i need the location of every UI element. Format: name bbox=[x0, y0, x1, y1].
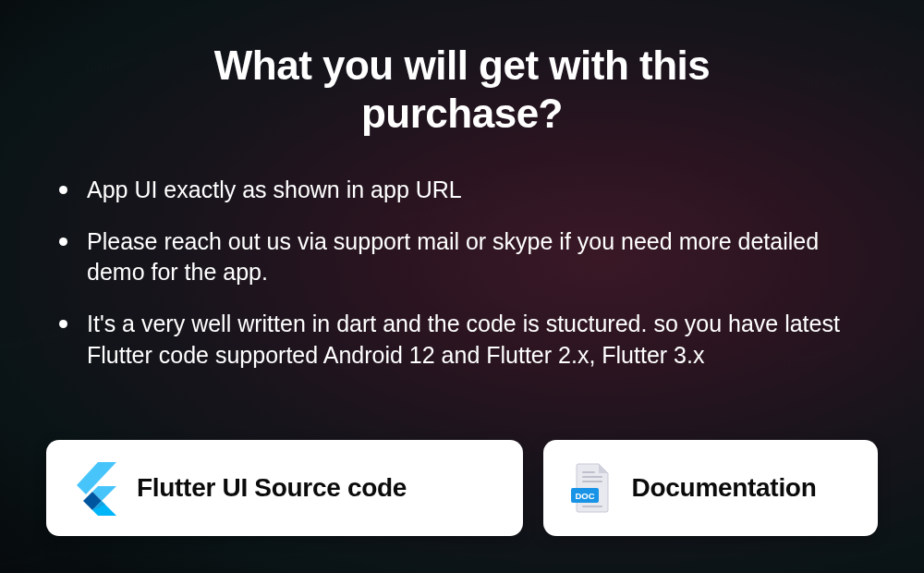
svg-rect-6 bbox=[582, 476, 602, 478]
deliverables-row: Flutter UI Source code DOC Documentation bbox=[46, 440, 878, 536]
page-title: What you will get with this purchase? bbox=[129, 42, 795, 138]
svg-rect-10 bbox=[582, 506, 602, 507]
svg-rect-7 bbox=[582, 481, 602, 482]
svg-text:DOC: DOC bbox=[575, 491, 594, 501]
card-label: Flutter UI Source code bbox=[137, 473, 407, 503]
feature-list: App UI exactly as shown in app URL Pleas… bbox=[46, 175, 878, 392]
document-icon: DOC bbox=[569, 462, 614, 514]
flutter-source-card[interactable]: Flutter UI Source code bbox=[46, 440, 523, 536]
list-item: Please reach out us via support mail or … bbox=[55, 226, 878, 289]
list-item: It's a very well written in dart and the… bbox=[55, 309, 878, 372]
flutter-icon bbox=[72, 460, 118, 516]
list-item: App UI exactly as shown in app URL bbox=[55, 175, 878, 206]
watermark-text: Templates villa bbox=[808, 61, 888, 91]
documentation-card[interactable]: DOC Documentation bbox=[543, 440, 878, 536]
watermark-text: Templates villa bbox=[0, 543, 70, 573]
card-label: Documentation bbox=[632, 473, 817, 503]
svg-rect-5 bbox=[582, 471, 595, 473]
